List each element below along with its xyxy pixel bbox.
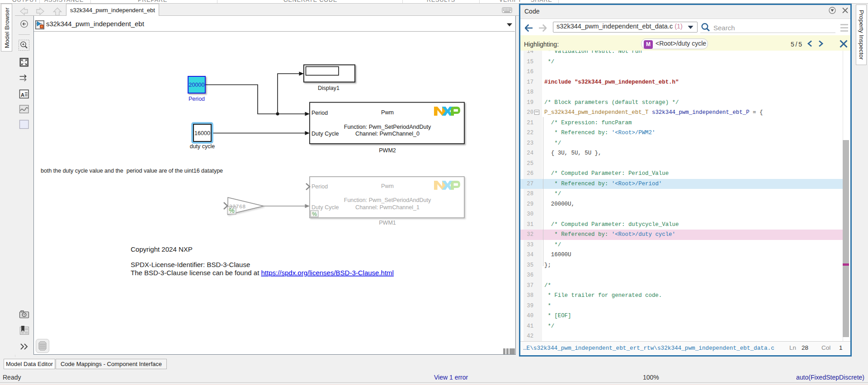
svg-text:both the duty cycle value and: both the duty cycle value and the period… [41, 168, 223, 174]
svg-text:Duty Cycle: Duty Cycle [311, 131, 339, 137]
svg-text:A: A [21, 92, 24, 98]
svg-text:SPDX-License-Identifier: BSD-3: SPDX-License-Identifier: BSD-3-Clause [131, 261, 250, 268]
svg-text:Period: Period [311, 110, 328, 116]
svg-text:Channel: PwmChannel_1: Channel: PwmChannel_1 [355, 204, 420, 211]
svg-text:16000: 16000 [194, 130, 210, 136]
svg-text:duty cycle: duty cycle [190, 143, 215, 150]
svg-text:Pwm: Pwm [381, 109, 394, 116]
svg-text:Copyright 2024 NXP: Copyright 2024 NXP [131, 245, 193, 253]
svg-text:Period: Period [311, 183, 328, 190]
svg-text:PWM1: PWM1 [379, 220, 396, 226]
svg-text:%: % [312, 211, 317, 217]
svg-text:Pwm: Pwm [381, 183, 394, 189]
svg-text:Channel: PwmChannel_0: Channel: PwmChannel_0 [355, 131, 420, 137]
svg-text:The BSD-3-Clause license can b: The BSD-3-Clause license can be found at… [131, 269, 394, 277]
svg-text:Display1: Display1 [318, 85, 340, 91]
svg-text:Duty Cycle: Duty Cycle [311, 204, 339, 211]
svg-text:Period: Period [189, 96, 205, 102]
svg-text:20000: 20000 [189, 82, 205, 88]
svg-text:PWM2: PWM2 [379, 147, 396, 154]
svg-text:Function: Pwm_SetPeriodAndDuty: Function: Pwm_SetPeriodAndDuty [344, 124, 431, 130]
svg-text:32768: 32768 [229, 204, 246, 209]
svg-text:Function: Pwm_SetPeriodAndDuty: Function: Pwm_SetPeriodAndDuty [344, 197, 431, 203]
